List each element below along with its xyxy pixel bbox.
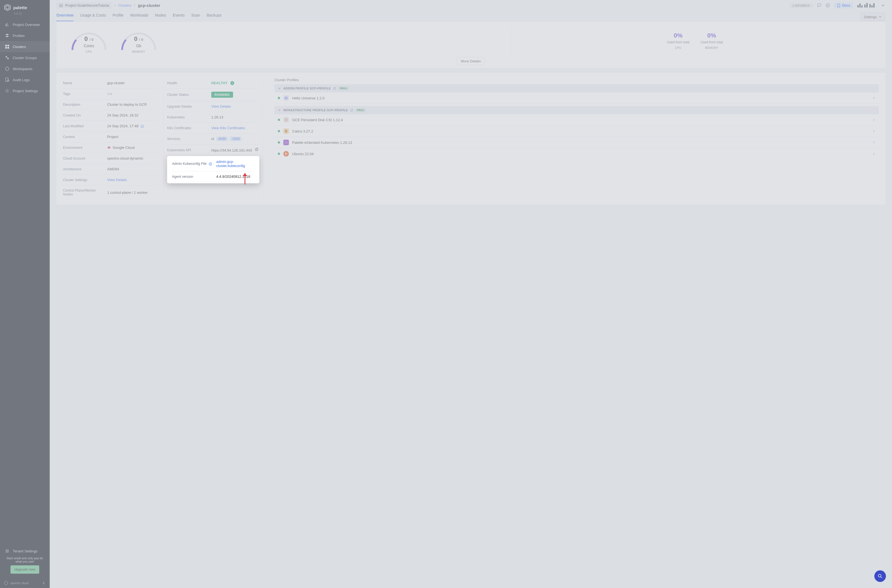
topbar: Project-ScaleSecureTutoria / Clusters / … [50,0,892,9]
details-mid: Health HEALTHY Cluster Status RUNNING Up… [164,78,263,183]
page-tabs: Overview Usage & Costs Profile Workloads… [50,9,892,21]
sidebar-item-project-overview[interactable]: Project Overview [0,19,50,30]
pack-label: Palette eXtended Kubernetes 1.28.13 [292,141,352,145]
value-kube-api: https://34.54.126.181:443 [211,148,258,152]
sidebar-item-workspaces[interactable]: Workspaces [0,63,50,74]
gauge-value: 0 [134,35,138,42]
mini-usage-chart-icon[interactable] [857,3,877,9]
sidebar-item-tenant-settings[interactable]: Tenant Settings [0,546,50,556]
value-cp-wn: 1 control-plane / 1 worker [107,190,148,195]
tab-usage-costs[interactable]: Usage & Costs [80,12,106,21]
docs-button[interactable]: Docs [834,3,853,9]
tab-profile[interactable]: Profile [113,12,124,21]
chevron-down-icon[interactable] [881,3,885,8]
brand-version: 4.4.19 [0,12,50,19]
info-icon[interactable] [209,162,212,166]
total-label: CPU [667,46,689,50]
external-link-icon [350,109,353,112]
status-dot-icon [278,119,280,121]
svg-point-37 [287,153,287,153]
chevron-right-icon [872,141,875,144]
svg-point-14 [6,552,7,553]
brand-label: palette [13,5,27,10]
pack-row[interactable]: Hello Universe 1.2.0 [275,93,879,104]
chevron-down-icon [878,15,882,18]
label-architecture: Architecture [63,167,104,171]
svg-rect-19 [859,3,861,7]
service-port-link[interactable]: :3000 [230,136,241,141]
tab-workloads[interactable]: Workloads [130,12,148,21]
tab-overview[interactable]: Overview [56,12,74,21]
tab-scan[interactable]: Scan [191,12,200,21]
sidebar-item-profiles[interactable]: Profiles [0,30,50,41]
metrics-card: 0 / 0 Cores CPU 0 / 0 Gb MEMORY [56,21,885,68]
breadcrumb-parent[interactable]: Clusters [118,3,131,8]
status-dot-icon [278,130,280,132]
tab-backups[interactable]: Backups [207,12,221,21]
link-k8s-certs[interactable]: View K8s Certificates [211,126,245,130]
info-icon[interactable] [141,125,144,128]
help-fab[interactable] [874,570,886,582]
sidebar-item-cluster-groups[interactable]: Cluster Groups [0,52,50,63]
total-text: Used from total [667,40,689,44]
sidebar-item-project-settings[interactable]: Project Settings [0,85,50,96]
cluster-settings-dropdown[interactable]: Settings [860,12,885,21]
svg-marker-15 [5,581,8,585]
main-content: Project-ScaleSecureTutoria / Clusters / … [50,0,892,588]
svg-rect-18 [857,5,859,8]
svg-marker-1 [6,6,9,9]
pack-label: Calico 3.27.2 [292,129,313,134]
sidebar-item-audit-logs[interactable]: Audit Logs [0,74,50,85]
compass-icon[interactable] [826,3,830,8]
external-link-icon [333,87,336,90]
upgrade-now-button[interactable]: Upgrade now [11,566,39,574]
primary-nav: Project Overview Profiles Clusters Clust… [0,19,50,578]
link-upgrade-details[interactable]: View Details [211,104,231,108]
chat-icon[interactable] [817,3,821,8]
proj-badge: PROJ [356,108,366,112]
google-cloud-icon [107,146,111,150]
document-search-icon [5,78,9,82]
value-architecture: AMD64 [107,167,119,171]
pack-gce-csi-icon [283,117,289,123]
label-cp-wn: Control Plane/Worker Nodes [63,189,104,196]
sidebar-item-label: Clusters [13,45,26,49]
status-dot-icon [278,97,280,99]
healthy-check-icon [230,81,234,85]
pack-row[interactable]: Calico 3.27.2 [275,126,879,137]
link-cluster-settings[interactable]: View Details [107,178,127,182]
group-icon [5,56,9,60]
chart-icon [5,22,9,27]
svg-point-13 [8,551,9,552]
svg-point-17 [826,4,830,7]
gauge-unit: Cores [70,44,108,48]
addon-profile-header[interactable]: ADDON PROFILE GCP-PROFILE PROJ [275,84,879,93]
svg-rect-3 [8,45,9,46]
svg-point-39 [285,154,286,155]
infra-profile-header[interactable]: INFRASTRUCTURE PROFILE GCP-PROFILE PROJ [275,106,879,114]
chevron-down-icon [278,87,281,90]
tab-nodes[interactable]: Nodes [155,12,166,21]
collapse-sidebar-icon[interactable] [42,581,46,585]
copy-icon[interactable] [255,148,258,152]
more-details-button[interactable]: More Details [457,57,485,65]
project-selector[interactable]: Project-ScaleSecureTutoria [56,2,111,9]
svg-point-7 [7,58,9,59]
project-icon [59,4,63,8]
total-label: MEMORY [700,46,723,50]
settings-label: Settings [864,15,877,19]
service-port-link[interactable]: :8080 [216,136,228,141]
sidebar-item-clusters[interactable]: Clusters [0,41,50,52]
svg-rect-2 [5,45,7,46]
search-icon [877,573,883,579]
value-description: Cluster to deploy to GCP. [107,102,147,106]
pack-row[interactable]: Palette eXtended Kubernetes 1.28.13 [275,137,879,148]
gauge-total: / 0 [139,38,143,42]
tab-events[interactable]: Events [173,12,185,21]
pack-row[interactable]: GCE Persistent Disk CSI 1.12.4 [275,114,879,126]
gear-icon [5,88,9,93]
link-admin-kubeconfig[interactable]: admin.gcp-cluster.kubeconfig [216,159,254,168]
label-services: Services [167,137,209,141]
pack-row[interactable]: Ubuntu 22.04 [275,148,879,159]
gauge-value: 0 [84,35,88,42]
